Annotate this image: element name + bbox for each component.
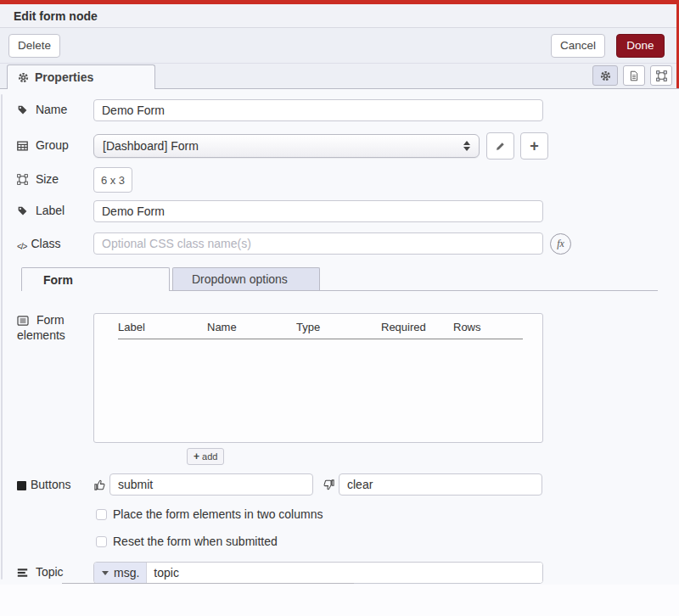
reset-form-checkbox-label: Reset the form when submitted (113, 535, 278, 548)
label-label: Label (17, 204, 93, 219)
tab-icon-buttons (592, 65, 672, 86)
add-element-button[interactable]: + add (187, 448, 224, 465)
name-row: Name (17, 99, 679, 121)
name-label: Name (17, 103, 93, 118)
caret-down-icon (102, 571, 109, 575)
description-icon (629, 70, 639, 81)
tab-row: Properties (0, 64, 679, 89)
table-icon (17, 140, 31, 154)
button-bar: Delete Cancel Done (0, 28, 679, 64)
cancel-button[interactable]: Cancel (551, 34, 605, 58)
tab-properties[interactable]: Properties (7, 64, 155, 89)
thumbs-down-icon (323, 479, 335, 491)
buttons-label: Buttons (17, 478, 93, 491)
class-row: </>Class fx (17, 232, 679, 255)
dialog-title: Edit form node (14, 9, 98, 23)
size-row: Size 6 x 3 (17, 167, 679, 193)
two-columns-checkbox-label: Place the form elements in two columns (113, 507, 323, 521)
resize-icon (17, 174, 31, 188)
tasks-icon (17, 567, 31, 580)
reset-form-checkbox-row[interactable]: Reset the form when submitted (96, 535, 679, 548)
form-elements-label: Form elements (17, 313, 93, 342)
thumbs-up-icon (93, 479, 106, 491)
list-alt-icon (17, 315, 32, 328)
size-label: Size (17, 172, 93, 188)
select-arrows-icon (463, 141, 470, 151)
gear-icon (18, 72, 29, 83)
add-group-button[interactable]: + (520, 132, 548, 160)
edit-group-button[interactable] (486, 132, 514, 160)
label-input[interactable] (93, 200, 543, 222)
appearance-icon-button[interactable] (650, 65, 672, 86)
label-row: Label (17, 200, 679, 222)
topic-row: Topic msg. (17, 562, 679, 584)
tag-icon (17, 104, 31, 118)
bottom-divider (62, 583, 354, 584)
topic-label: Topic (17, 565, 93, 580)
group-row: Group [Dashboard] Form + (17, 132, 679, 160)
properties-icon-button[interactable] (592, 65, 618, 86)
class-label: </>Class (17, 237, 93, 251)
tab-form[interactable]: Form (21, 267, 170, 291)
edit-form-body: Name Group [Dashboard] Form + (0, 89, 679, 585)
column-header: Rows (453, 321, 504, 333)
clear-button-label-input[interactable] (339, 473, 542, 496)
column-header: Required (381, 321, 453, 333)
inner-tab-bar: Form Dropdown options (21, 266, 658, 291)
gear-icon (600, 70, 611, 81)
done-button[interactable]: Done (616, 34, 665, 58)
class-input[interactable] (93, 232, 543, 255)
two-columns-checkbox[interactable] (96, 509, 107, 520)
tab-dropdown-options[interactable]: Dropdown options (172, 267, 320, 290)
column-header: Type (296, 321, 381, 333)
reset-form-checkbox[interactable] (96, 536, 107, 547)
tab-properties-label: Properties (35, 70, 93, 84)
group-select[interactable]: [Dashboard] Form (93, 134, 480, 158)
topic-input[interactable] (147, 563, 542, 583)
code-icon: </> (17, 242, 26, 251)
form-elements-table: Label Name Type Required Rows (93, 313, 543, 443)
two-columns-checkbox-row[interactable]: Place the form elements in two columns (96, 507, 679, 521)
form-elements-row: Form elements Label Name Type Required R… (17, 313, 679, 465)
column-header: Name (207, 321, 296, 333)
submit-button-label-input[interactable] (109, 473, 313, 496)
plus-icon: + (530, 137, 539, 155)
topic-typed-input: msg. (93, 562, 543, 584)
appearance-icon (656, 70, 667, 81)
plus-icon: + (194, 451, 199, 462)
fx-icon: fx (557, 238, 564, 250)
topic-type-button[interactable]: msg. (94, 563, 147, 583)
group-label: Group (17, 138, 93, 154)
size-button[interactable]: 6 x 3 (93, 167, 132, 193)
buttons-row: Buttons (17, 473, 679, 496)
form-elements-table-header: Label Name Type Required Rows (118, 321, 523, 339)
topic-type-label: msg. (114, 566, 139, 580)
column-header: Label (118, 321, 207, 333)
group-select-value: [Dashboard] Form (103, 139, 199, 153)
dialog-header: Edit form node (0, 4, 679, 28)
tag-icon (17, 205, 31, 219)
description-icon-button[interactable] (623, 65, 645, 86)
name-input[interactable] (93, 99, 543, 121)
square-icon (17, 481, 26, 490)
pencil-icon (495, 141, 506, 152)
delete-button[interactable]: Delete (8, 34, 60, 58)
fx-button[interactable]: fx (550, 233, 571, 255)
